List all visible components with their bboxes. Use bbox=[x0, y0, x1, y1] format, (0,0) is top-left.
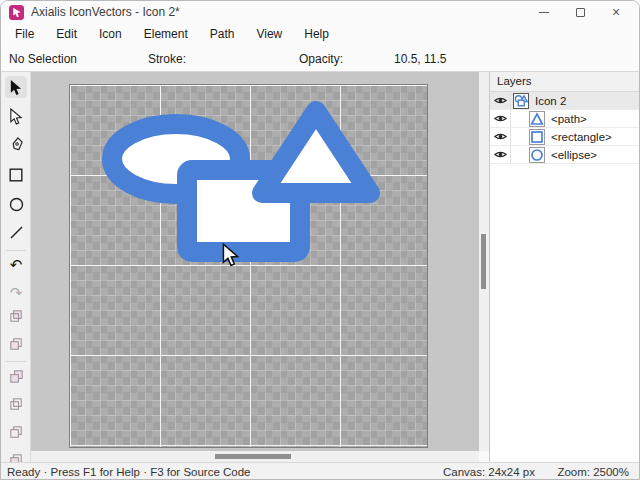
layer-name: Icon 2 bbox=[535, 95, 566, 107]
minimize-icon bbox=[539, 12, 549, 13]
horizontal-scrollbar-thumb[interactable] bbox=[215, 454, 291, 459]
tool-palette: ↶ ↷ bbox=[1, 72, 31, 462]
status-message: Ready · Press F1 for Help · F3 for Sourc… bbox=[7, 466, 251, 478]
path-op-union-button[interactable] bbox=[5, 305, 27, 327]
close-icon: × bbox=[612, 4, 620, 20]
line-tool-icon bbox=[9, 225, 24, 240]
layer-name: <rectangle> bbox=[551, 131, 612, 143]
path-op-intersect-button[interactable] bbox=[5, 365, 27, 387]
opacity-label: Opacity: bbox=[299, 52, 343, 66]
direct-selection-tool-button[interactable] bbox=[5, 105, 27, 127]
path-op-subtract-button[interactable] bbox=[5, 333, 27, 355]
path-op-subtract-icon bbox=[8, 336, 25, 353]
eye-icon bbox=[494, 132, 507, 141]
menu-element[interactable]: Element bbox=[133, 24, 199, 44]
menu-path[interactable]: Path bbox=[199, 24, 246, 44]
visibility-toggle[interactable] bbox=[490, 110, 511, 127]
undo-button[interactable]: ↶ bbox=[5, 254, 27, 276]
selection-tool-icon bbox=[9, 79, 24, 96]
pointer-coordinates: 10.5, 11.5 bbox=[394, 52, 447, 66]
ellipse-thumbnail-icon bbox=[530, 148, 544, 162]
mouse-cursor-icon bbox=[222, 243, 240, 267]
maximize-button[interactable] bbox=[565, 1, 595, 23]
direct-selection-tool-icon bbox=[9, 108, 24, 125]
vertical-scrollbar[interactable] bbox=[479, 72, 489, 451]
visibility-toggle[interactable] bbox=[490, 146, 511, 163]
layer-thumbnail bbox=[529, 147, 545, 163]
vertical-scrollbar-thumb[interactable] bbox=[481, 234, 486, 289]
menu-view[interactable]: View bbox=[245, 24, 293, 44]
layer-name: <ellipse> bbox=[551, 149, 597, 161]
redo-button[interactable]: ↷ bbox=[5, 282, 27, 304]
selection-status: No Selection bbox=[9, 52, 77, 66]
maximize-icon bbox=[576, 8, 585, 17]
layer-thumbnail bbox=[513, 93, 529, 109]
app-window: Axialis IconVectors - Icon 2* × File Edi… bbox=[0, 0, 640, 480]
canvas-viewport[interactable] bbox=[31, 72, 479, 451]
menu-icon[interactable]: Icon bbox=[88, 24, 133, 44]
layers-panel: Layers Icon 2 bbox=[489, 72, 640, 462]
tool-separator bbox=[6, 250, 26, 251]
triangle-thumbnail-icon bbox=[530, 112, 544, 126]
ellipse-tool-icon bbox=[9, 197, 24, 212]
eye-icon bbox=[494, 150, 507, 159]
horizontal-scrollbar[interactable] bbox=[31, 451, 479, 462]
selection-tool-button[interactable] bbox=[5, 76, 27, 98]
rectangle-tool-icon bbox=[9, 168, 23, 182]
menu-help[interactable]: Help bbox=[293, 24, 340, 44]
toolbar: No Selection Stroke: 1.00 ▲ ▼ Opacity: bbox=[1, 45, 639, 72]
tool-separator bbox=[6, 361, 26, 362]
minimize-button[interactable] bbox=[529, 1, 559, 23]
status-bar: Ready · Press F1 for Help · F3 for Sourc… bbox=[1, 462, 639, 480]
layers-panel-header: Layers bbox=[490, 72, 640, 92]
pen-tool-icon bbox=[9, 136, 24, 152]
layer-thumbnail bbox=[529, 111, 545, 127]
rectangle-thumbnail-icon bbox=[530, 130, 544, 144]
path-op-intersect-icon bbox=[8, 368, 25, 385]
ellipse-tool-button[interactable] bbox=[5, 193, 27, 215]
rectangle-tool-button[interactable] bbox=[5, 164, 27, 186]
triangle-shape[interactable] bbox=[262, 111, 370, 193]
menu-bar: File Edit Icon Element Path View Help bbox=[1, 23, 639, 45]
undo-icon: ↶ bbox=[10, 258, 23, 273]
close-button[interactable]: × bbox=[601, 1, 631, 23]
path-op-divide-icon bbox=[8, 424, 25, 441]
path-op-divide-button[interactable] bbox=[5, 421, 27, 443]
pen-tool-button[interactable] bbox=[5, 133, 27, 155]
shape-layer bbox=[70, 85, 429, 449]
visibility-toggle[interactable] bbox=[490, 92, 511, 109]
canvas-size-indicator: Canvas: 24x24 px bbox=[443, 466, 535, 478]
title-bar: Axialis IconVectors - Icon 2* × bbox=[1, 1, 639, 23]
group-thumbnail-icon bbox=[514, 94, 528, 108]
zoom-level-indicator: Zoom: 2500% bbox=[557, 466, 629, 478]
eye-icon bbox=[494, 96, 507, 105]
layer-name: <path> bbox=[551, 113, 587, 125]
window-title: Axialis IconVectors - Icon 2* bbox=[31, 5, 180, 19]
path-op-exclude-icon bbox=[8, 396, 25, 413]
app-logo-icon bbox=[9, 5, 24, 20]
layer-row-rectangle[interactable]: <rectangle> bbox=[490, 128, 640, 146]
redo-icon: ↷ bbox=[10, 286, 23, 301]
eye-icon bbox=[494, 114, 507, 123]
path-op-exclude-button[interactable] bbox=[5, 393, 27, 415]
menu-file[interactable]: File bbox=[4, 24, 45, 44]
layer-row-path[interactable]: <path> bbox=[490, 110, 640, 128]
layer-thumbnail bbox=[529, 129, 545, 145]
artboard[interactable] bbox=[69, 84, 428, 448]
line-tool-button[interactable] bbox=[5, 221, 27, 243]
layer-row-icon2[interactable]: Icon 2 bbox=[490, 92, 640, 110]
stroke-label: Stroke: bbox=[148, 52, 186, 66]
path-op-union-icon bbox=[8, 308, 25, 325]
layer-row-ellipse[interactable]: <ellipse> bbox=[490, 146, 640, 164]
visibility-toggle[interactable] bbox=[490, 128, 511, 145]
menu-edit[interactable]: Edit bbox=[45, 24, 88, 44]
